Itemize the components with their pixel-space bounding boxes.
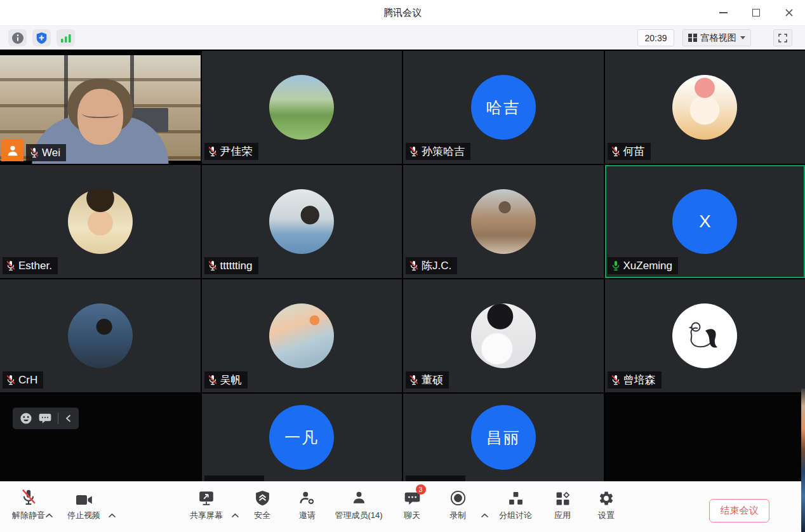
view-mode-label: 宫格视图	[701, 32, 736, 44]
window-titlebar: 腾讯会议	[0, 0, 805, 25]
mic-muted-icon	[611, 375, 621, 386]
meeting-time: 20:39	[637, 29, 674, 46]
participant-name-label: 董硕	[406, 371, 449, 389]
stop-video-button[interactable]: 停止视频	[53, 489, 114, 521]
participant-tile[interactable]: 吴帆	[202, 279, 403, 392]
avatar	[68, 189, 133, 254]
avatar-initials: 一凡	[269, 405, 334, 470]
mic-muted-icon	[409, 146, 419, 157]
meeting-statusbar: 20:39 宫格视图	[0, 25, 805, 50]
emoji-reaction-icon[interactable]	[20, 412, 32, 425]
avatar	[471, 189, 536, 254]
meeting-info-icon	[11, 32, 24, 44]
mic-muted-icon	[208, 375, 218, 386]
mic-muted-icon	[409, 260, 419, 272]
mic-on-icon	[611, 260, 621, 272]
participant-name: tttttting	[220, 260, 253, 272]
fullscreen-icon	[778, 33, 788, 43]
record-icon	[449, 489, 467, 507]
avatar	[269, 75, 334, 140]
avatar	[68, 303, 133, 368]
participant-name: 曾培森	[623, 373, 656, 387]
participant-tile[interactable]: 陈J.C.	[403, 165, 604, 278]
close-button[interactable]	[778, 3, 800, 22]
avatar-initials: 昌丽	[471, 405, 536, 470]
reaction-toolbar	[13, 408, 79, 429]
participant-name: CrH	[18, 374, 37, 387]
next-tile-edge-sliver	[801, 389, 805, 532]
minimize-button[interactable]	[712, 3, 734, 22]
avatar-initials: 哈吉	[471, 75, 536, 140]
participant-name: 陈J.C.	[422, 258, 451, 273]
share-screen-button[interactable]: 共享屏幕	[176, 489, 237, 521]
share-screen-icon	[198, 490, 215, 507]
settings-gear-icon	[598, 490, 615, 507]
participant-tile[interactable]: 昌丽	[403, 394, 604, 481]
mute-options-chevron[interactable]	[45, 509, 53, 521]
security-protect-button[interactable]	[32, 29, 51, 46]
participant-tile-active-speaker[interactable]: X XuZeming	[605, 165, 805, 278]
participant-tile-empty[interactable]	[605, 394, 805, 481]
minimize-icon	[719, 12, 728, 13]
video-grid: Wei 尹佳荣 哈吉 孙策哈吉 何苗 Esther.	[0, 50, 805, 481]
participant-tile[interactable]: tttttting	[202, 165, 403, 278]
apps-icon	[555, 491, 571, 507]
grid-view-icon	[688, 34, 697, 43]
members-icon	[351, 490, 367, 507]
end-meeting-button[interactable]: 结束会议	[709, 499, 769, 522]
avatar	[269, 189, 334, 254]
participant-name: 董硕	[422, 373, 443, 387]
participant-tile-video-off[interactable]	[0, 394, 201, 481]
participant-tile[interactable]: Esther.	[0, 165, 201, 278]
participant-name: 孙策哈吉	[422, 144, 465, 159]
avatar	[672, 75, 737, 140]
participant-tile[interactable]: 尹佳荣	[202, 51, 403, 164]
maximize-icon	[752, 9, 760, 17]
participant-tile[interactable]: 哈吉 孙策哈吉	[403, 51, 604, 164]
close-icon	[785, 8, 794, 17]
participant-name-label: Wei	[26, 144, 66, 161]
host-badge-icon	[1, 139, 23, 161]
participant-tile[interactable]: 曾培森	[605, 279, 805, 392]
network-signal-button[interactable]	[57, 29, 75, 46]
record-button[interactable]: 录制	[427, 489, 488, 521]
participant-tile-wei[interactable]: Wei	[0, 51, 201, 164]
invite-person-icon	[299, 490, 316, 507]
participant-name-label: XuZeming	[608, 257, 678, 274]
participant-name-label: 孙策哈吉	[406, 143, 470, 160]
mic-muted-icon	[409, 375, 419, 386]
video-options-chevron[interactable]	[108, 509, 116, 521]
meeting-info-button[interactable]	[8, 29, 27, 46]
settings-button[interactable]: 设置	[576, 489, 637, 521]
participant-tile[interactable]: 何苗	[605, 51, 805, 164]
chat-bubble-icon[interactable]	[39, 413, 51, 424]
participant-name: Wei	[42, 147, 60, 159]
goose-drawing-icon	[684, 317, 726, 355]
breakout-rooms-icon	[508, 491, 524, 507]
network-signal-icon	[60, 33, 72, 43]
participant-tile[interactable]: 董硕	[403, 279, 604, 392]
fullscreen-button[interactable]	[773, 29, 792, 46]
security-shield-icon	[255, 490, 270, 507]
divider	[58, 413, 58, 424]
participant-name: Esther.	[18, 260, 52, 272]
participant-name-label: Esther.	[3, 257, 58, 274]
mic-muted-icon	[29, 147, 39, 159]
avatar	[269, 303, 334, 368]
chevron-down-icon	[740, 36, 745, 39]
collapse-arrow-icon[interactable]	[65, 414, 72, 423]
participant-name-label: 曾培森	[608, 371, 662, 389]
mic-muted-icon	[208, 260, 218, 272]
participant-name: 吴帆	[220, 373, 242, 387]
manage-members-button[interactable]: 管理成员(14)	[328, 489, 389, 521]
meeting-toolbar: 解除静音 停止视频 共享屏幕	[0, 481, 805, 532]
participant-name-label-clipped	[406, 475, 465, 481]
mic-muted-icon	[208, 146, 218, 157]
participant-name-label-clipped	[204, 475, 264, 481]
avatar	[471, 303, 536, 368]
mic-muted-icon	[20, 489, 37, 507]
participant-tile[interactable]: CrH	[0, 279, 201, 392]
participant-tile[interactable]: 一凡	[202, 394, 403, 481]
maximize-button[interactable]	[745, 3, 767, 22]
view-mode-selector[interactable]: 宫格视图	[682, 29, 751, 46]
